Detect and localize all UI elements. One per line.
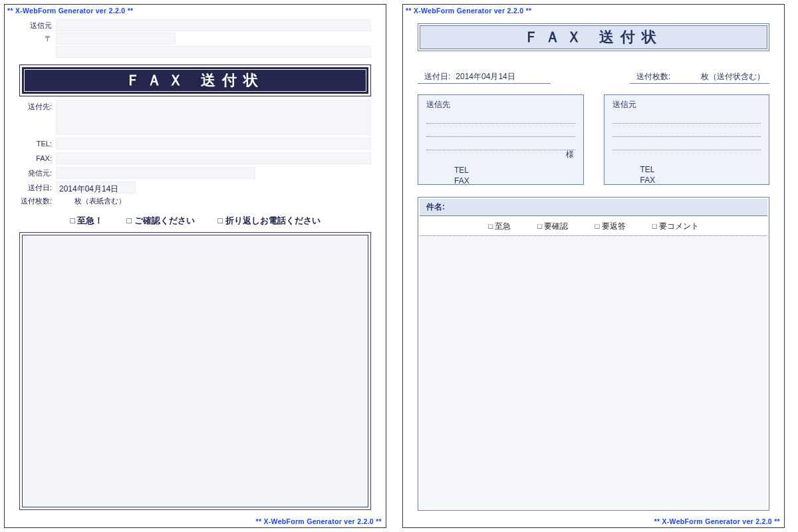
check-callback[interactable]: □ 折り返しお電話ください [218, 215, 321, 227]
box-sender: 送信元 TEL FAX [604, 94, 770, 185]
fax-template-navy: ** X-WebForm Generator ver 2.2.0 ** ** X… [4, 4, 386, 528]
meta-pages: 送付枚数: 枚（送付状含む） [630, 71, 769, 84]
label-postal: 〒 [19, 34, 56, 44]
label-fax: FAX: [19, 154, 56, 162]
watermark-bottom: ** X-WebForm Generator ver 2.2.0 ** [256, 517, 382, 525]
field-postal[interactable] [56, 33, 176, 45]
check-confirm[interactable]: □ 要確認 [537, 221, 568, 231]
box-recipient: 送信先 様 TEL FAX [418, 94, 584, 185]
urgency-options: □ 至急！ □ ご確認ください □ 折り返しお電話ください [19, 215, 371, 227]
title-banner: ＦＡＸ 送付状 [19, 65, 371, 96]
urgency-options: □ 至急 □ 要確認 □ 要返答 □ 要コメント [420, 217, 767, 236]
title-text: ＦＡＸ 送付状 [420, 25, 767, 49]
field-to[interactable] [56, 100, 371, 135]
fax-template-light: ** X-WebForm Generator ver 2.2.0 ** ** X… [402, 4, 785, 528]
field-address[interactable] [56, 46, 371, 58]
label-sender: 送信元 [19, 21, 56, 31]
label-recipient: 送信先 [426, 99, 575, 110]
label-to: 送付先: [19, 100, 56, 112]
field-sender[interactable] [56, 19, 371, 31]
field-recipient-1[interactable] [426, 113, 575, 124]
field-fax[interactable] [56, 152, 371, 164]
field-tel[interactable] [56, 138, 371, 150]
field-senddate[interactable]: 2014年04月14日 [56, 182, 136, 194]
meta-senddate: 送付日: 2014年04月14日 [418, 71, 551, 84]
watermark-top: ** X-WebForm Generator ver 2.2.0 ** [7, 7, 133, 15]
notes-area[interactable] [22, 235, 368, 507]
label-fax: FAX [454, 176, 478, 186]
label-senddate: 送付日: [19, 183, 56, 193]
pages-suffix: 枚（表紙含む） [74, 196, 126, 206]
value-senddate: 2014年04月14日 [456, 71, 515, 82]
notes-area[interactable] [420, 237, 767, 509]
watermark-bottom: ** X-WebForm Generator ver 2.2.0 ** [654, 517, 780, 525]
title-banner: ＦＡＸ 送付状 [418, 23, 769, 51]
field-sender-1[interactable] [612, 113, 761, 124]
label-from: 発信元: [19, 168, 56, 178]
subject-frame: 件名: □ 至急 □ 要確認 □ 要返答 □ 要コメント [418, 197, 769, 511]
check-comment[interactable]: □ 要コメント [652, 221, 699, 231]
watermark-top: ** X-WebForm Generator ver 2.2.0 ** [406, 7, 531, 15]
label-tel: TEL [640, 165, 664, 174]
notes-frame [19, 232, 371, 510]
label-pages: 送付枚数: [636, 71, 670, 82]
label-pages: 送付枚数: [19, 196, 56, 206]
label-fax: FAX [640, 176, 664, 185]
field-recipient-2[interactable] [426, 126, 575, 137]
label-tel: TEL [454, 166, 478, 175]
check-urgent[interactable]: □ 至急！ [70, 215, 103, 227]
pages-suffix: 枚（送付状含む） [701, 71, 765, 82]
label-sama: 様 [426, 149, 575, 160]
check-urgent[interactable]: □ 至急 [488, 221, 511, 231]
field-from[interactable] [56, 167, 255, 179]
label-subject: 件名: [420, 199, 767, 216]
label-senddate: 送付日: [424, 71, 450, 82]
check-confirm[interactable]: □ ご確認ください [126, 215, 194, 227]
field-sender-3[interactable] [612, 140, 761, 150]
title-text: ＦＡＸ 送付状 [22, 67, 368, 94]
field-sender-2[interactable] [612, 126, 761, 137]
label-sender: 送信元 [612, 99, 761, 110]
check-reply[interactable]: □ 要返答 [595, 221, 626, 231]
label-tel: TEL: [19, 140, 56, 148]
